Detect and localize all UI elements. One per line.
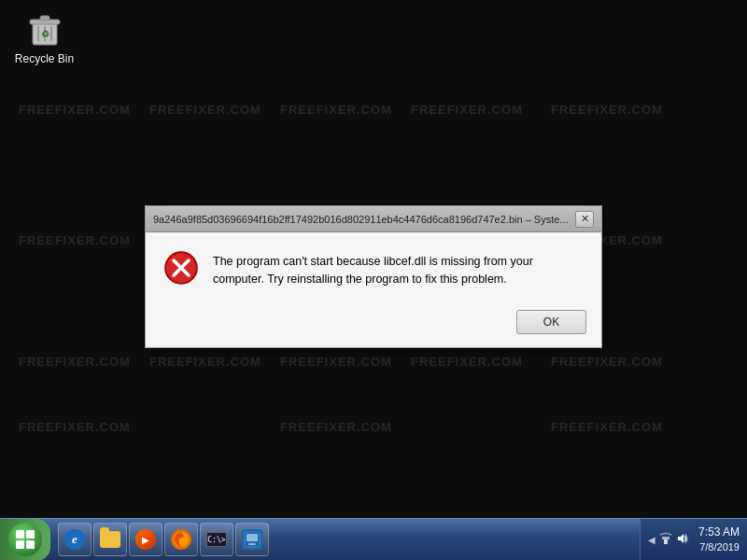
recycle-bin-svg: ♻ bbox=[25, 9, 64, 49]
watermark: FREEFIXER.COM bbox=[19, 103, 131, 117]
taskbar-buttons: e ▶ C:\> bbox=[54, 519, 640, 560]
dialog-message: The program can't start because libcef.d… bbox=[213, 251, 583, 288]
taskbar-firefox-icon[interactable] bbox=[164, 523, 198, 556]
watermark: FREEFIXER.COM bbox=[551, 355, 663, 369]
watermark: FREEFIXER.COM bbox=[280, 103, 392, 117]
taskbar-cmd-icon[interactable]: C:\> bbox=[200, 523, 233, 556]
clock[interactable]: 7:53 AM 7/8/2019 bbox=[698, 525, 740, 553]
desktop: FREEFIXER.COM FREEFIXER.COM FREEFIXER.CO… bbox=[0, 0, 747, 518]
svg-marker-17 bbox=[678, 534, 684, 543]
dialog-footer: OK bbox=[146, 302, 601, 347]
svg-rect-14 bbox=[248, 543, 256, 545]
media-logo: ▶ bbox=[135, 529, 156, 550]
folder-logo bbox=[100, 531, 120, 548]
tray-icons: ◀ bbox=[648, 532, 689, 548]
watermark: FREEFIXER.COM bbox=[19, 420, 131, 434]
dialog-body: The program can't start because libcef.d… bbox=[146, 232, 601, 302]
clock-date: 7/8/2019 bbox=[699, 540, 740, 553]
system-tray: ◀ 7:53 AM 7/8/2019 bbox=[640, 519, 747, 560]
watermark: FREEFIXER.COM bbox=[411, 103, 523, 117]
volume-tray-icon[interactable] bbox=[676, 532, 689, 548]
svg-rect-13 bbox=[247, 534, 258, 541]
recycle-bin-icon[interactable]: ♻ Recycle Bin bbox=[9, 9, 79, 65]
taskbar: e ▶ C:\> bbox=[0, 518, 747, 560]
dialog-close-button[interactable]: ✕ bbox=[575, 211, 594, 228]
tray-expand-button[interactable]: ◀ bbox=[648, 535, 655, 545]
svg-rect-15 bbox=[664, 539, 668, 544]
ok-button[interactable]: OK bbox=[516, 310, 586, 334]
watermark: FREEFIXER.COM bbox=[280, 420, 392, 434]
svg-rect-2 bbox=[40, 16, 49, 21]
watermark: FREEFIXER.COM bbox=[411, 355, 523, 369]
watermark: FREEFIXER.COM bbox=[551, 420, 663, 434]
watermark: FREEFIXER.COM bbox=[149, 103, 261, 117]
start-button[interactable] bbox=[0, 519, 50, 561]
firefox-logo bbox=[171, 529, 191, 550]
dialog-title: 9a246a9f85d03696694f16b2ff17492b016d8029… bbox=[153, 214, 575, 225]
error-dialog: 9a246a9f85d03696694f16b2ff17492b016d8029… bbox=[145, 205, 602, 348]
svg-text:♻: ♻ bbox=[40, 29, 49, 39]
watermark: FREEFIXER.COM bbox=[19, 233, 131, 247]
windows-logo bbox=[16, 530, 35, 549]
clock-time: 7:53 AM bbox=[698, 525, 740, 540]
watermark: FREEFIXER.COM bbox=[551, 103, 663, 117]
taskbar-folder-icon[interactable] bbox=[93, 523, 127, 556]
watermark: FREEFIXER.COM bbox=[149, 355, 261, 369]
watermark: FREEFIXER.COM bbox=[280, 355, 392, 369]
error-icon bbox=[164, 251, 198, 285]
svg-rect-16 bbox=[662, 537, 669, 539]
watermark: FREEFIXER.COM bbox=[19, 355, 131, 369]
ie-logo: e bbox=[64, 529, 85, 550]
taskbar-app2-icon[interactable] bbox=[235, 523, 269, 556]
recycle-bin-label: Recycle Bin bbox=[15, 52, 74, 65]
windows-orb-icon bbox=[8, 523, 42, 556]
taskbar-media-icon[interactable]: ▶ bbox=[129, 523, 162, 556]
taskbar-ie-icon[interactable]: e bbox=[58, 523, 92, 556]
dialog-titlebar: 9a246a9f85d03696694f16b2ff17492b016d8029… bbox=[146, 206, 601, 232]
app2-logo bbox=[242, 529, 262, 550]
network-tray-icon[interactable] bbox=[659, 532, 672, 548]
cmd-logo: C:\> bbox=[206, 532, 227, 547]
